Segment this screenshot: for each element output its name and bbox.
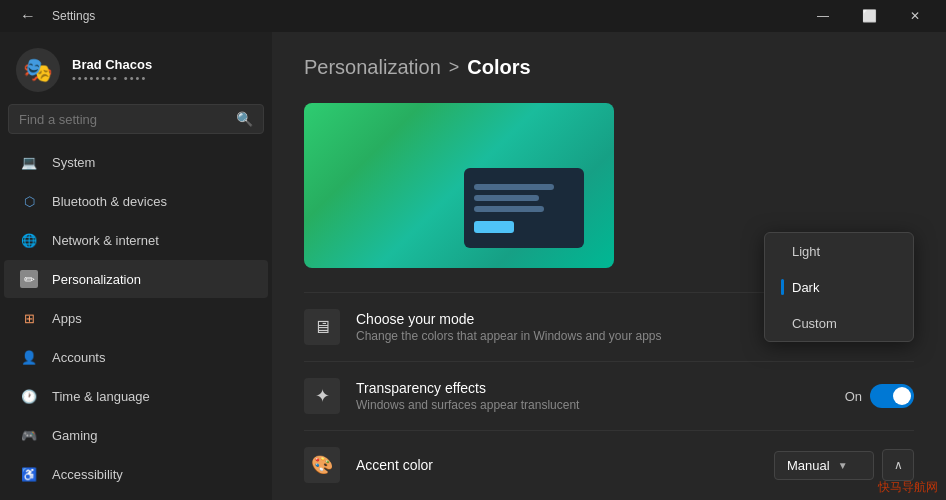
sidebar-label-network: Network & internet bbox=[52, 233, 159, 248]
sidebar-label-time: Time & language bbox=[52, 389, 150, 404]
mode-option-dark[interactable]: Dark bbox=[765, 269, 913, 305]
titlebar-left: ← Settings bbox=[12, 7, 95, 25]
preview-line-1 bbox=[474, 184, 554, 190]
accent-color-text: Accent color bbox=[356, 457, 774, 473]
transparency-toggle[interactable] bbox=[870, 384, 914, 408]
search-icon: 🔍 bbox=[236, 111, 253, 127]
breadcrumb-separator: > bbox=[449, 57, 460, 78]
transparency-desc: Windows and surfaces appear translucent bbox=[356, 398, 845, 412]
sidebar-item-network[interactable]: 🌐 Network & internet bbox=[4, 221, 268, 259]
network-icon: 🌐 bbox=[20, 231, 38, 249]
minimize-button[interactable]: — bbox=[800, 0, 846, 32]
bluetooth-icon: ⬡ bbox=[20, 192, 38, 210]
preview-line-2 bbox=[474, 195, 539, 201]
transparency-icon: ✦ bbox=[304, 378, 340, 414]
sidebar-label-apps: Apps bbox=[52, 311, 82, 326]
toggle-on-label: On bbox=[845, 389, 862, 404]
mode-option-custom-label: Custom bbox=[792, 316, 837, 331]
transparency-label: Transparency effects bbox=[356, 380, 845, 396]
accent-color-dropdown[interactable]: Manual ▼ bbox=[774, 451, 874, 480]
dropdown-value: Manual bbox=[787, 458, 830, 473]
apps-icon: ⊞ bbox=[20, 309, 38, 327]
titlebar-controls: — ⬜ ✕ bbox=[800, 0, 938, 32]
close-button[interactable]: ✕ bbox=[892, 0, 938, 32]
mode-option-light-label: Light bbox=[792, 244, 820, 259]
accent-color-label: Accent color bbox=[356, 457, 774, 473]
setting-row-accent-color: 🎨 Accent color Manual ▼ ∧ bbox=[304, 430, 914, 499]
setting-row-transparency: ✦ Transparency effects Windows and surfa… bbox=[304, 361, 914, 430]
breadcrumb: Personalization > Colors bbox=[304, 56, 914, 79]
main-layout: 🎭 Brad Chacos •••••••• •••• 🔍 💻 System ⬡… bbox=[0, 32, 946, 500]
sidebar-item-apps[interactable]: ⊞ Apps bbox=[4, 299, 268, 337]
preview-window bbox=[464, 168, 584, 248]
sidebar-item-gaming[interactable]: 🎮 Gaming bbox=[4, 416, 268, 454]
search-box: 🔍 bbox=[8, 104, 264, 134]
maximize-button[interactable]: ⬜ bbox=[846, 0, 892, 32]
dropdown-arrow-icon: ▼ bbox=[838, 460, 848, 471]
sidebar-item-accessibility[interactable]: ♿ Accessibility bbox=[4, 455, 268, 493]
sidebar-label-personalization: Personalization bbox=[52, 272, 141, 287]
content-area: Personalization > Colors 🖥 Choose your m… bbox=[272, 32, 946, 500]
sidebar-label-accounts: Accounts bbox=[52, 350, 105, 365]
watermark: 快马导航网 bbox=[878, 479, 938, 496]
preview-line-3 bbox=[474, 206, 544, 212]
mode-option-light-indicator bbox=[781, 243, 784, 259]
transparency-text: Transparency effects Windows and surface… bbox=[356, 380, 845, 412]
preview-button-bar bbox=[474, 221, 514, 233]
accent-color-control: Manual ▼ ∧ bbox=[774, 449, 914, 481]
sidebar-item-system[interactable]: 💻 System bbox=[4, 143, 268, 181]
accent-color-icon: 🎨 bbox=[304, 447, 340, 483]
sidebar-nav: 💻 System ⬡ Bluetooth & devices 🌐 Network… bbox=[0, 142, 272, 494]
mode-option-custom[interactable]: Custom bbox=[765, 305, 913, 341]
sidebar-item-accounts[interactable]: 👤 Accounts bbox=[4, 338, 268, 376]
sidebar-label-bluetooth: Bluetooth & devices bbox=[52, 194, 167, 209]
mode-option-dark-indicator bbox=[781, 279, 784, 295]
breadcrumb-current: Colors bbox=[467, 56, 530, 79]
accessibility-icon: ♿ bbox=[20, 465, 38, 483]
expand-icon: ∧ bbox=[894, 458, 903, 472]
accounts-icon: 👤 bbox=[20, 348, 38, 366]
breadcrumb-parent: Personalization bbox=[304, 56, 441, 79]
titlebar-title: Settings bbox=[52, 9, 95, 23]
sidebar: 🎭 Brad Chacos •••••••• •••• 🔍 💻 System ⬡… bbox=[0, 32, 272, 500]
mode-option-dark-label: Dark bbox=[792, 280, 819, 295]
gaming-icon: 🎮 bbox=[20, 426, 38, 444]
search-input[interactable] bbox=[19, 112, 228, 127]
personalization-icon: ✏ bbox=[20, 270, 38, 288]
search-container: 🔍 bbox=[0, 104, 272, 142]
user-info: Brad Chacos •••••••• •••• bbox=[72, 57, 152, 84]
titlebar: ← Settings — ⬜ ✕ bbox=[0, 0, 946, 32]
user-profile[interactable]: 🎭 Brad Chacos •••••••• •••• bbox=[0, 32, 272, 104]
accent-expand-button[interactable]: ∧ bbox=[882, 449, 914, 481]
user-name: Brad Chacos bbox=[72, 57, 152, 72]
sidebar-label-accessibility: Accessibility bbox=[52, 467, 123, 482]
sidebar-item-time[interactable]: 🕐 Time & language bbox=[4, 377, 268, 415]
mode-option-light[interactable]: Light bbox=[765, 233, 913, 269]
system-icon: 💻 bbox=[20, 153, 38, 171]
choose-mode-icon: 🖥 bbox=[304, 309, 340, 345]
back-button[interactable]: ← bbox=[12, 7, 44, 25]
mode-option-custom-indicator bbox=[781, 315, 784, 331]
sidebar-label-gaming: Gaming bbox=[52, 428, 98, 443]
sidebar-item-bluetooth[interactable]: ⬡ Bluetooth & devices bbox=[4, 182, 268, 220]
sidebar-item-personalization[interactable]: ✏ Personalization bbox=[4, 260, 268, 298]
avatar: 🎭 bbox=[16, 48, 60, 92]
user-email: •••••••• •••• bbox=[72, 72, 152, 84]
mode-dropdown-popup: Light Dark Custom bbox=[764, 232, 914, 342]
sidebar-label-system: System bbox=[52, 155, 95, 170]
time-icon: 🕐 bbox=[20, 387, 38, 405]
wallpaper-preview bbox=[304, 103, 614, 268]
transparency-control: On bbox=[845, 384, 914, 408]
toggle-knob bbox=[893, 387, 911, 405]
